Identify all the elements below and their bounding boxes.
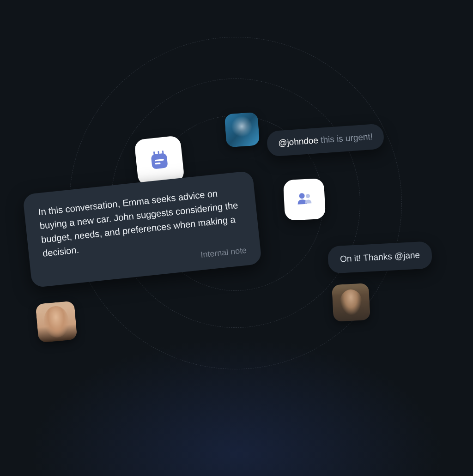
message-bubble-reply[interactable]: On it! Thanks @jane: [327, 241, 433, 273]
people-tile[interactable]: [283, 178, 326, 221]
avatar-jane[interactable]: [224, 112, 260, 148]
svg-point-6: [299, 193, 305, 199]
internal-note-card[interactable]: In this conversation, Emma seeks advice …: [23, 170, 262, 288]
mention-johndoe: @johndoe: [278, 135, 318, 148]
svg-point-7: [306, 194, 310, 198]
avatar-image: [332, 283, 370, 322]
message-text: On it! Thanks @jane: [340, 250, 420, 264]
avatar-john[interactable]: [332, 283, 370, 322]
message-bubble-urgent[interactable]: @johndoe this is urgent!: [266, 123, 384, 157]
svg-rect-0: [151, 153, 168, 169]
avatar-image: [35, 301, 77, 343]
notes-icon: [146, 147, 172, 175]
message-text: this is urgent!: [318, 132, 373, 145]
people-icon: [294, 188, 315, 211]
background-glow: [29, 337, 444, 476]
avatar-image: [224, 112, 260, 148]
avatar-emma[interactable]: [35, 301, 77, 343]
